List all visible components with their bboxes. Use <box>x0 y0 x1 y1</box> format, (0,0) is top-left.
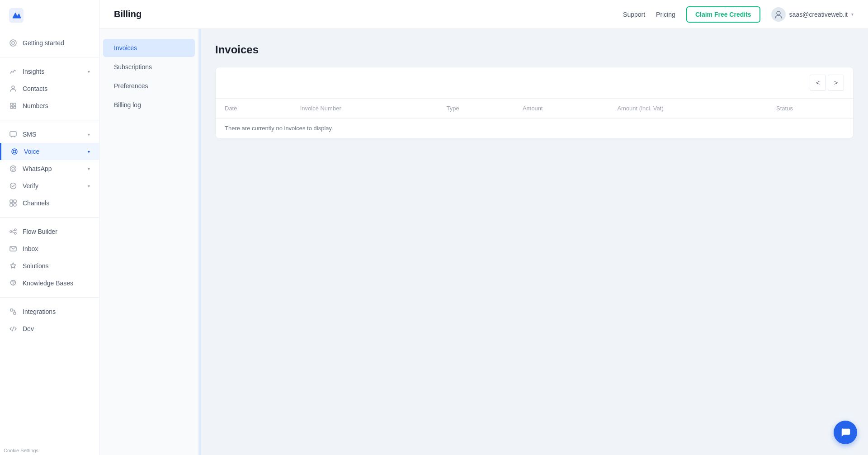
empty-message: There are currently no invoices to displ… <box>216 118 853 138</box>
sidebar-item-flow-builder[interactable]: Flow Builder <box>0 223 99 240</box>
col-invoice-number: Invoice Number <box>291 99 438 118</box>
svg-point-2 <box>12 42 14 44</box>
voice-icon <box>10 147 19 156</box>
table-header: Date Invoice Number Type Amount Amount (… <box>216 99 853 118</box>
chevron-down-icon: ▾ <box>88 69 90 74</box>
chat-fab-button[interactable] <box>834 421 857 444</box>
content-area: Invoices Subscriptions Preferences Billi… <box>99 29 868 455</box>
sidebar-item-contacts[interactable]: Contacts <box>0 80 99 97</box>
sidebar-item-label: Dev <box>23 325 34 332</box>
channels-icon <box>9 199 17 207</box>
sms-icon <box>9 130 17 138</box>
insights-icon <box>9 67 17 76</box>
sidebar-item-label: Voice <box>24 148 39 155</box>
cookie-settings-link[interactable]: Cookie Settings <box>0 446 42 455</box>
avatar <box>771 7 786 22</box>
sidebar-item-label: Integrations <box>23 308 56 315</box>
sidebar-item-inbox[interactable]: Inbox <box>0 240 99 257</box>
user-chevron-icon: ▾ <box>851 12 854 17</box>
claim-credits-button[interactable]: Claim Free Credits <box>686 6 760 23</box>
sidebar-item-label: Getting started <box>23 39 64 47</box>
pagination-prev-button[interactable]: < <box>810 75 826 91</box>
sidebar-item-verify[interactable]: Verify ▾ <box>0 177 99 194</box>
support-link[interactable]: Support <box>623 11 645 18</box>
divider-3 <box>0 217 99 218</box>
user-email: saas@creativeweb.it <box>789 11 848 18</box>
svg-line-20 <box>12 230 14 232</box>
invoices-title: Invoices <box>215 43 854 56</box>
sidebar-item-integrations[interactable]: Integrations <box>0 303 99 320</box>
svg-line-26 <box>12 327 14 331</box>
svg-rect-7 <box>14 106 16 109</box>
sidebar-item-knowledge-bases[interactable]: Knowledge Bases <box>0 275 99 292</box>
sub-sidebar-item-preferences[interactable]: Preferences <box>103 77 195 95</box>
svg-point-19 <box>14 232 16 234</box>
svg-point-3 <box>12 86 14 89</box>
sub-sidebar-item-subscriptions[interactable]: Subscriptions <box>103 58 195 76</box>
svg-point-11 <box>10 166 16 172</box>
sidebar-item-label: Contacts <box>23 85 47 92</box>
sidebar-item-solutions[interactable]: Solutions <box>0 257 99 275</box>
chevron-down-icon: ▾ <box>88 184 90 189</box>
col-type: Type <box>437 99 513 118</box>
pricing-link[interactable]: Pricing <box>656 11 675 18</box>
table-row-empty: There are currently no invoices to displ… <box>216 118 853 138</box>
svg-point-10 <box>13 150 16 153</box>
sidebar: Getting started Insights ▾ Contacts <box>0 0 99 455</box>
sub-sidebar-item-billing-log[interactable]: Billing log <box>103 96 195 114</box>
divider-4 <box>0 297 99 298</box>
main-wrapper: Billing Support Pricing Claim Free Credi… <box>99 0 868 455</box>
sidebar-item-label: SMS <box>23 131 36 138</box>
sidebar-item-dev[interactable]: Dev <box>0 320 99 337</box>
sidebar-item-sms[interactable]: SMS ▾ <box>0 126 99 143</box>
app-logo <box>9 8 24 23</box>
chevron-down-icon: ▾ <box>88 149 90 154</box>
sub-sidebar-item-invoices[interactable]: Invoices <box>103 39 195 57</box>
sidebar-item-label: WhatsApp <box>23 165 52 172</box>
header: Billing Support Pricing Claim Free Credi… <box>99 0 868 29</box>
invoice-card: < > Date Invoice Number Type Amount Amou… <box>215 67 854 138</box>
chat-icon <box>840 427 851 438</box>
sidebar-item-label: Inbox <box>23 245 38 252</box>
col-amount: Amount <box>514 99 609 118</box>
invoice-table: Date Invoice Number Type Amount Amount (… <box>216 99 853 138</box>
svg-rect-14 <box>14 200 16 203</box>
sidebar-item-label: Insights <box>23 68 44 75</box>
sidebar-item-label: Verify <box>23 182 38 190</box>
numbers-icon <box>9 102 17 110</box>
flow-builder-icon <box>9 228 17 236</box>
svg-point-27 <box>777 11 780 15</box>
header-nav: Support Pricing Claim Free Credits saas@… <box>623 6 854 23</box>
pagination-next-button[interactable]: > <box>828 75 844 91</box>
divider-2 <box>0 120 99 120</box>
page-title: Billing <box>114 9 614 19</box>
chevron-down-icon: ▾ <box>88 166 90 171</box>
divider-1 <box>0 57 99 57</box>
page-content: Invoices < > Date Invoice Number Type Am… <box>201 29 868 455</box>
svg-rect-8 <box>10 132 16 136</box>
user-menu[interactable]: saas@creativeweb.it ▾ <box>771 7 854 22</box>
sidebar-item-insights[interactable]: Insights ▾ <box>0 63 99 80</box>
sidebar-item-label: Numbers <box>23 102 48 109</box>
whatsapp-icon <box>9 165 17 173</box>
sidebar-item-channels[interactable]: Channels <box>0 194 99 212</box>
svg-rect-6 <box>10 106 13 109</box>
contacts-icon <box>9 85 17 93</box>
svg-point-16 <box>14 204 16 206</box>
sidebar-item-label: Solutions <box>23 262 49 270</box>
col-date: Date <box>216 99 291 118</box>
sidebar-item-label: Knowledge Bases <box>23 280 73 287</box>
svg-point-9 <box>12 149 17 154</box>
col-status: Status <box>767 99 853 118</box>
sidebar-item-whatsapp[interactable]: WhatsApp ▾ <box>0 160 99 177</box>
svg-point-1 <box>10 40 16 46</box>
sidebar-item-numbers[interactable]: Numbers <box>0 97 99 114</box>
sidebar-item-label: Flow Builder <box>23 228 57 235</box>
integrations-icon <box>9 308 17 316</box>
sidebar-item-voice[interactable]: Voice ▾ <box>0 143 99 160</box>
svg-rect-15 <box>10 204 13 206</box>
svg-rect-13 <box>10 200 13 203</box>
sidebar-item-getting-started[interactable]: Getting started <box>0 34 99 52</box>
sidebar-nav: Getting started Insights ▾ Contacts <box>0 34 99 337</box>
solutions-icon <box>9 262 17 270</box>
